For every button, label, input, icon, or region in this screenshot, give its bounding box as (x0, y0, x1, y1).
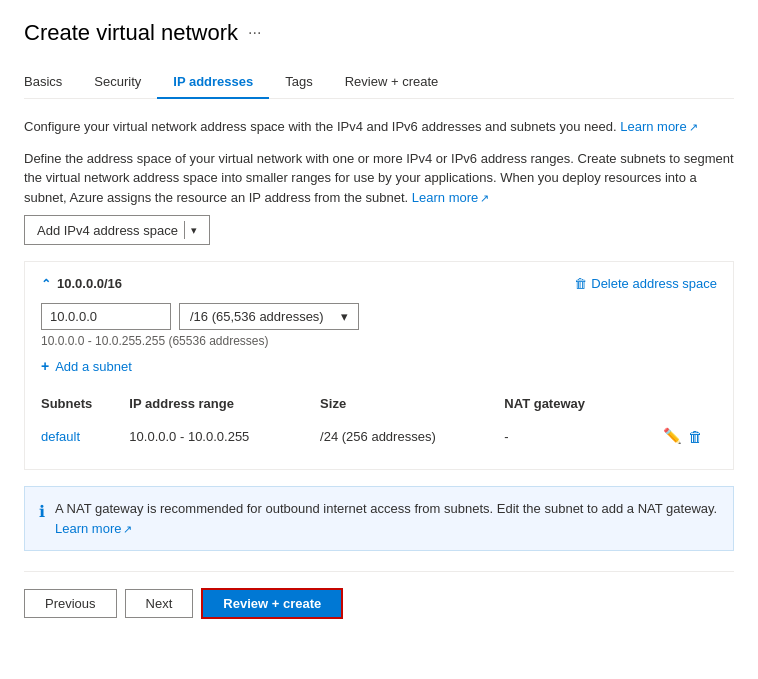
edit-subnet-icon[interactable]: ✏️ (663, 427, 682, 445)
tabs-nav: Basics Security IP addresses Tags Review… (24, 66, 734, 99)
add-ipv4-button[interactable]: Add IPv4 address space ▾ (24, 215, 210, 245)
tab-review-create[interactable]: Review + create (329, 66, 455, 99)
review-create-button[interactable]: Review + create (201, 588, 343, 619)
tab-tags[interactable]: Tags (269, 66, 328, 99)
delete-address-space-button[interactable]: 🗑 Delete address space (574, 276, 717, 291)
chevron-up-icon[interactable]: ⌃ (41, 277, 51, 291)
description-line2: Define the address space of your virtual… (24, 149, 734, 208)
tab-security[interactable]: Security (78, 66, 157, 99)
tab-ip-addresses[interactable]: IP addresses (157, 66, 269, 99)
info-icon: ℹ (39, 500, 45, 524)
add-ipv4-label: Add IPv4 address space (37, 223, 178, 238)
more-options-icon[interactable]: ··· (248, 24, 261, 42)
address-space-block: ⌃ 10.0.0.0/16 🗑 Delete address space /16… (24, 261, 734, 470)
page-title: Create virtual network (24, 20, 238, 46)
button-divider (184, 221, 185, 239)
nat-info-box: ℹ A NAT gateway is recommended for outbo… (24, 486, 734, 551)
subnet-name-link[interactable]: default (41, 429, 80, 444)
tab-basics[interactable]: Basics (24, 66, 78, 99)
col-header-nat: NAT gateway (504, 390, 636, 417)
col-header-ip-range: IP address range (129, 390, 320, 417)
delete-subnet-icon[interactable]: 🗑 (688, 428, 703, 445)
nat-learn-more-link[interactable]: Learn more↗ (55, 521, 132, 536)
next-button[interactable]: Next (125, 589, 194, 618)
learn-more-link-2[interactable]: Learn more↗ (412, 190, 489, 205)
previous-button[interactable]: Previous (24, 589, 117, 618)
delete-icon: 🗑 (574, 276, 587, 291)
subnet-nat-gateway: - (504, 417, 636, 455)
col-header-size: Size (320, 390, 504, 417)
footer: Previous Next Review + create (24, 571, 734, 619)
plus-icon: + (41, 358, 49, 374)
address-space-title: 10.0.0.0/16 (57, 276, 122, 291)
subnet-ip-range: 10.0.0.0 - 10.0.0.255 (129, 417, 320, 455)
cidr-chevron-icon: ▾ (341, 309, 348, 324)
add-subnet-button[interactable]: + Add a subnet (41, 358, 717, 374)
ip-address-input[interactable] (41, 303, 171, 330)
table-row: default 10.0.0.0 - 10.0.0.255 /24 (256 a… (41, 417, 717, 455)
ip-range-hint: 10.0.0.0 - 10.0.255.255 (65536 addresses… (41, 334, 717, 348)
subnets-table: Subnets IP address range Size NAT gatewa… (41, 390, 717, 455)
cidr-dropdown[interactable]: /16 (65,536 addresses) ▾ (179, 303, 359, 330)
col-header-subnets: Subnets (41, 390, 129, 417)
learn-more-link-1[interactable]: Learn more↗ (620, 119, 697, 134)
nat-info-text: A NAT gateway is recommended for outboun… (55, 499, 719, 538)
description-line1: Configure your virtual network address s… (24, 117, 734, 137)
dropdown-arrow-icon: ▾ (191, 224, 197, 237)
subnet-size: /24 (256 addresses) (320, 417, 504, 455)
